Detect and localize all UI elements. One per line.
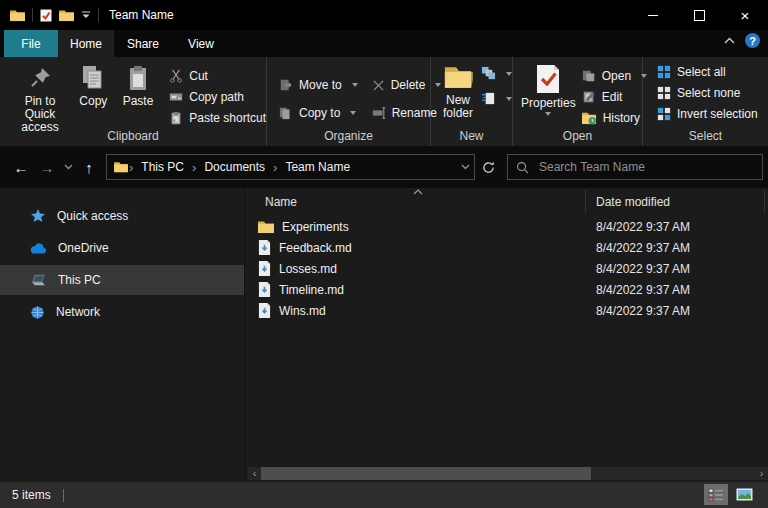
tab-share[interactable]: Share — [114, 30, 172, 57]
forward-button[interactable]: → — [34, 154, 60, 180]
forward-arrow-icon: → — [40, 159, 55, 176]
open-button[interactable]: Open — [576, 65, 647, 86]
refresh-icon — [482, 161, 495, 174]
explorer-folder-icon[interactable] — [10, 9, 25, 22]
md-file-icon — [258, 303, 271, 318]
breadcrumb-team-name[interactable]: Team Name — [278, 160, 357, 174]
tab-file[interactable]: File — [4, 30, 58, 57]
column-header-name[interactable]: Name — [265, 195, 297, 209]
column-divider[interactable] — [764, 190, 765, 213]
cut-button[interactable]: Cut — [163, 65, 266, 86]
maximize-button[interactable] — [676, 0, 722, 30]
navigation-pane: Quick access OneDrive This PC Network — [0, 188, 245, 482]
copy-path-button[interactable]: Copy path — [163, 86, 266, 107]
collapse-ribbon-chevron-icon[interactable] — [724, 37, 735, 44]
thumbnail-view-icon — [736, 488, 753, 501]
close-button[interactable]: × — [722, 0, 768, 30]
select-none-button[interactable]: Select none — [651, 82, 768, 103]
group-label-new: New — [431, 129, 512, 143]
file-row-losses[interactable]: Losses.md 8/4/2022 9:37 AM — [245, 258, 768, 279]
file-name: Feedback.md — [279, 241, 352, 255]
md-file-icon — [258, 282, 271, 297]
scrollbar-thumb[interactable] — [261, 467, 591, 480]
file-row-feedback[interactable]: Feedback.md 8/4/2022 9:37 AM — [245, 237, 768, 258]
delete-icon — [372, 79, 385, 92]
history-button[interactable]: History — [576, 107, 647, 128]
column-divider[interactable] — [585, 190, 586, 213]
scroll-left-arrow[interactable]: ‹ — [248, 467, 261, 480]
file-date: 8/4/2022 9:37 AM — [596, 220, 690, 234]
scrollbar-track[interactable] — [261, 467, 755, 480]
sidebar-item-quick-access[interactable]: Quick access — [0, 201, 244, 231]
help-button[interactable]: ? — [745, 33, 760, 48]
edit-button[interactable]: Edit — [576, 86, 647, 107]
rename-icon — [372, 106, 386, 120]
breadcrumb-documents[interactable]: Documents — [197, 160, 272, 174]
breadcrumb-this-pc[interactable]: This PC — [134, 160, 191, 174]
ribbon-group-select: Select all Select none Invert selection … — [643, 57, 768, 146]
file-date: 8/4/2022 9:37 AM — [596, 241, 690, 255]
copy-icon — [79, 64, 107, 92]
copy-to-icon — [279, 106, 293, 120]
file-date: 8/4/2022 9:37 AM — [596, 283, 690, 297]
large-icons-view-button[interactable] — [732, 484, 756, 505]
group-label-select: Select — [643, 129, 768, 143]
file-row-wins[interactable]: Wins.md 8/4/2022 9:37 AM — [245, 300, 768, 321]
customize-qat-chevron-icon[interactable] — [81, 11, 91, 19]
group-label-clipboard: Clipboard — [0, 129, 266, 143]
move-to-button[interactable]: Move to — [273, 71, 358, 99]
back-button[interactable]: ← — [8, 154, 34, 180]
sort-ascending-chevron-icon — [413, 189, 423, 195]
paste-shortcut-icon — [169, 111, 183, 125]
address-box[interactable]: › This PC › Documents › Team Name — [106, 154, 475, 180]
quick-access-toolbar — [0, 8, 99, 22]
file-name: Timeline.md — [279, 283, 344, 297]
recent-locations-button[interactable] — [60, 154, 76, 180]
easy-access-icon — [481, 66, 496, 81]
invert-selection-icon — [657, 107, 671, 121]
minimize-button[interactable] — [630, 0, 676, 30]
copy-button[interactable]: Copy — [72, 61, 115, 129]
window-title: Team Name — [109, 8, 174, 22]
new-item-button[interactable] — [479, 88, 512, 109]
pin-to-quick-access-button[interactable]: Pin to Quick access — [8, 61, 72, 129]
column-header-date-modified[interactable]: Date modified — [596, 195, 670, 209]
title-bar: Team Name × — [0, 0, 768, 30]
star-icon — [30, 208, 46, 224]
file-row-timeline[interactable]: Timeline.md 8/4/2022 9:37 AM — [245, 279, 768, 300]
copy-path-icon — [169, 90, 183, 104]
edit-icon — [582, 90, 596, 104]
properties-qat-icon[interactable] — [40, 9, 52, 22]
select-all-button[interactable]: Select all — [651, 61, 768, 82]
tab-home[interactable]: Home — [58, 30, 114, 57]
chevron-down-icon — [545, 112, 551, 116]
scroll-right-arrow[interactable]: › — [755, 467, 768, 480]
sidebar-item-this-pc[interactable]: This PC — [0, 265, 244, 295]
new-folder-qat-icon[interactable] — [59, 9, 74, 22]
easy-access-button[interactable] — [479, 63, 512, 84]
search-input[interactable] — [537, 159, 754, 175]
search-box — [507, 154, 763, 180]
refresh-button[interactable] — [475, 154, 501, 180]
paste-button[interactable]: Paste — [115, 61, 162, 129]
ribbon: Pin to Quick access Copy Paste — [0, 57, 768, 146]
address-dropdown-chevron-icon[interactable] — [461, 164, 470, 170]
maximize-icon — [694, 10, 705, 21]
new-folder-button[interactable]: New folder — [437, 61, 479, 129]
details-view-button[interactable] — [704, 484, 728, 505]
ribbon-group-new: New folder New — [431, 57, 513, 146]
copy-to-button[interactable]: Copy to — [273, 99, 358, 127]
file-list-pane: Name Date modified Experiments 8/4/2022 … — [245, 188, 768, 482]
paste-shortcut-button[interactable]: Paste shortcut — [163, 107, 266, 128]
group-label-organize: Organize — [267, 129, 430, 143]
up-button[interactable]: ↑ — [76, 154, 102, 180]
sidebar-item-network[interactable]: Network — [0, 297, 244, 327]
properties-button[interactable]: Properties — [521, 61, 576, 129]
tab-view[interactable]: View — [172, 30, 230, 57]
horizontal-scrollbar[interactable]: ‹ › — [248, 467, 768, 480]
file-row-experiments[interactable]: Experiments 8/4/2022 9:37 AM — [245, 216, 768, 237]
sidebar-item-onedrive[interactable]: OneDrive — [0, 233, 244, 263]
select-all-icon — [657, 65, 671, 79]
invert-selection-button[interactable]: Invert selection — [651, 103, 768, 124]
properties-icon — [535, 64, 561, 94]
